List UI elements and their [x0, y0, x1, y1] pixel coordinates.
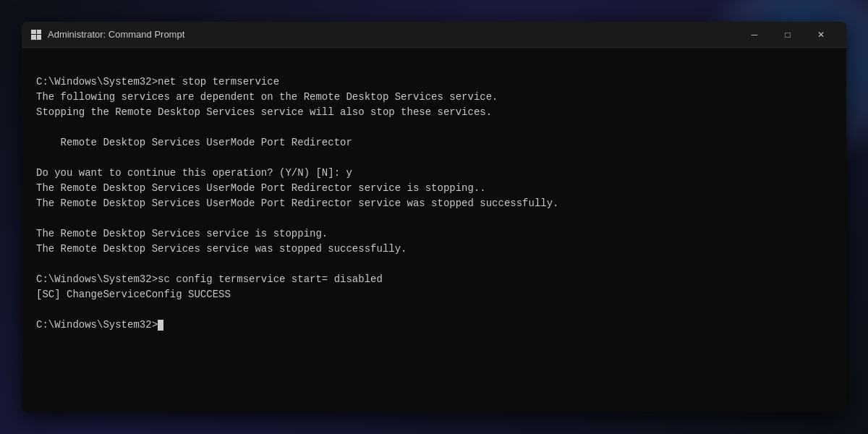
- terminal-line: [36, 120, 832, 135]
- terminal-line: The Remote Desktop Services UserMode Por…: [36, 181, 832, 196]
- terminal-line: [SC] ChangeServiceConfig SUCCESS: [36, 287, 832, 302]
- window-controls: ─ □ ✕: [738, 22, 838, 48]
- terminal-body[interactable]: C:\Windows\System32>net stop termservice…: [22, 48, 846, 412]
- terminal-line: C:\Windows\System32>sc config termservic…: [36, 272, 832, 287]
- terminal-line: Remote Desktop Services UserMode Port Re…: [36, 135, 832, 150]
- terminal-line: [36, 211, 832, 226]
- desktop-background: Administrator: Command Prompt ─ □ ✕ C:\W…: [0, 0, 868, 434]
- terminal-line: The Remote Desktop Services service is s…: [36, 226, 832, 242]
- terminal-line: [36, 59, 832, 75]
- title-bar: Administrator: Command Prompt ─ □ ✕: [22, 22, 846, 48]
- minimize-button[interactable]: ─: [738, 22, 771, 48]
- terminal-line: Do you want to continue this operation? …: [36, 166, 832, 181]
- terminal-line: Stopping the Remote Desktop Services ser…: [36, 105, 832, 120]
- terminal-line: C:\Windows\System32>: [36, 318, 832, 333]
- maximize-button[interactable]: □: [771, 22, 804, 48]
- terminal-line: [36, 302, 832, 318]
- terminal-line: [36, 257, 832, 272]
- terminal-line: The following services are dependent on …: [36, 90, 832, 105]
- window-title: Administrator: Command Prompt: [48, 29, 184, 40]
- terminal-line: The Remote Desktop Services UserMode Por…: [36, 196, 832, 211]
- terminal-line: [36, 150, 832, 166]
- terminal-line: The Remote Desktop Services service was …: [36, 242, 832, 257]
- cmd-icon: [30, 29, 42, 41]
- cursor-blink: [158, 320, 163, 331]
- terminal-line: C:\Windows\System32>net stop termservice: [36, 75, 832, 90]
- close-button[interactable]: ✕: [804, 22, 838, 48]
- cmd-window: Administrator: Command Prompt ─ □ ✕ C:\W…: [22, 22, 846, 412]
